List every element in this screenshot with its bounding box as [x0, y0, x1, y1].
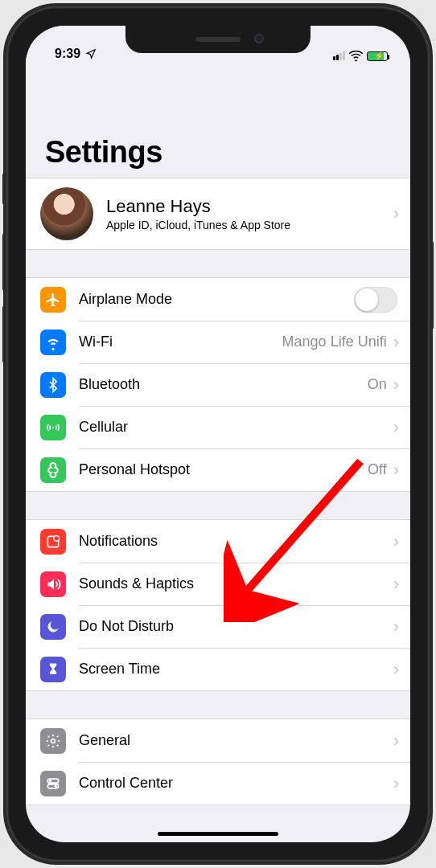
- page-title: Settings: [45, 135, 391, 170]
- row-value: Off: [368, 461, 387, 478]
- row-label: Sounds & Haptics: [79, 575, 392, 592]
- row-label: Screen Time: [79, 661, 392, 678]
- row-label: Bluetooth: [79, 376, 368, 393]
- wifi-icon: [349, 51, 363, 61]
- svg-point-6: [55, 784, 57, 787]
- battery-charging-icon: ⚡: [367, 51, 388, 61]
- connectivity-group: Airplane Mode Wi-Fi Mango Life Unifi › B…: [26, 277, 410, 492]
- profile-row[interactable]: Leanne Hays Apple ID, iCloud, iTunes & A…: [26, 178, 410, 249]
- row-notifications[interactable]: Notifications ›: [26, 520, 410, 563]
- row-control-center[interactable]: Control Center ›: [26, 762, 410, 805]
- airplane-toggle[interactable]: [354, 287, 397, 313]
- row-label: Cellular: [79, 419, 392, 436]
- svg-point-4: [49, 780, 51, 782]
- profile-subtitle: Apple ID, iCloud, iTunes & App Store: [106, 219, 392, 231]
- profile-name: Leanne Hays: [106, 196, 392, 217]
- switches-icon: [40, 771, 66, 796]
- row-label: Do Not Disturb: [79, 618, 392, 635]
- home-indicator[interactable]: [158, 832, 278, 836]
- row-label: Airplane Mode: [79, 291, 354, 308]
- chevron-right-icon: ›: [392, 203, 410, 224]
- row-cellular[interactable]: Cellular ›: [26, 406, 410, 448]
- chevron-right-icon: ›: [392, 531, 410, 552]
- row-value: Mango Life Unifi: [282, 334, 387, 350]
- chevron-right-icon: ›: [392, 375, 410, 395]
- chevron-right-icon: ›: [392, 460, 410, 481]
- chevron-right-icon: ›: [392, 659, 410, 680]
- row-general[interactable]: General ›: [26, 719, 410, 762]
- row-screen-time[interactable]: Screen Time ›: [26, 648, 410, 690]
- chevron-right-icon: ›: [392, 616, 410, 637]
- chevron-right-icon: ›: [392, 773, 410, 794]
- settings-list[interactable]: Leanne Hays Apple ID, iCloud, iTunes & A…: [26, 178, 410, 842]
- gear-icon: [40, 728, 66, 754]
- status-time: 9:39: [55, 47, 80, 61]
- notifications-icon: [40, 529, 66, 555]
- front-camera: [254, 34, 264, 43]
- cell-signal-icon: [333, 51, 345, 60]
- chevron-right-icon: ›: [392, 332, 410, 353]
- row-value: On: [368, 376, 387, 393]
- phone-frame: 9:39 ⚡ Settings Leanne Hays Apple ID, iC…: [6, 6, 430, 862]
- cellular-icon: [40, 415, 66, 440]
- svg-point-1: [54, 535, 60, 541]
- row-label: Wi-Fi: [79, 334, 282, 350]
- row-label: Notifications: [79, 533, 392, 550]
- chevron-right-icon: ›: [392, 574, 410, 595]
- row-wifi[interactable]: Wi-Fi Mango Life Unifi ›: [26, 321, 410, 363]
- row-label: Control Center: [79, 775, 392, 792]
- row-bluetooth[interactable]: Bluetooth On ›: [26, 363, 410, 406]
- system-group: General › Control Center ›: [26, 719, 410, 805]
- page-header: Settings: [26, 63, 410, 178]
- avatar: [40, 187, 93, 240]
- row-label: General: [79, 732, 392, 749]
- speaker-grille: [195, 37, 241, 42]
- notch: [125, 26, 311, 53]
- moon-icon: [40, 614, 66, 640]
- row-airplane-mode[interactable]: Airplane Mode: [26, 278, 410, 321]
- chevron-right-icon: ›: [392, 731, 410, 751]
- hotspot-icon: [40, 457, 66, 483]
- airplane-icon: [40, 287, 66, 313]
- chevron-right-icon: ›: [392, 417, 410, 438]
- bluetooth-icon: [40, 372, 66, 398]
- svg-point-2: [51, 739, 56, 743]
- hourglass-icon: [40, 657, 66, 682]
- row-label: Personal Hotspot: [79, 461, 368, 478]
- location-arrow-icon: [85, 48, 97, 59]
- alerts-group: Notifications › Sounds & Haptics › Do No…: [26, 519, 410, 691]
- screen: 9:39 ⚡ Settings Leanne Hays Apple ID, iC…: [26, 26, 410, 842]
- row-sounds-haptics[interactable]: Sounds & Haptics ›: [26, 563, 410, 605]
- profile-group: Leanne Hays Apple ID, iCloud, iTunes & A…: [26, 178, 410, 250]
- speaker-icon: [40, 571, 66, 597]
- row-do-not-disturb[interactable]: Do Not Disturb ›: [26, 605, 410, 648]
- row-personal-hotspot[interactable]: Personal Hotspot Off ›: [26, 448, 410, 491]
- wifi-icon: [40, 330, 66, 355]
